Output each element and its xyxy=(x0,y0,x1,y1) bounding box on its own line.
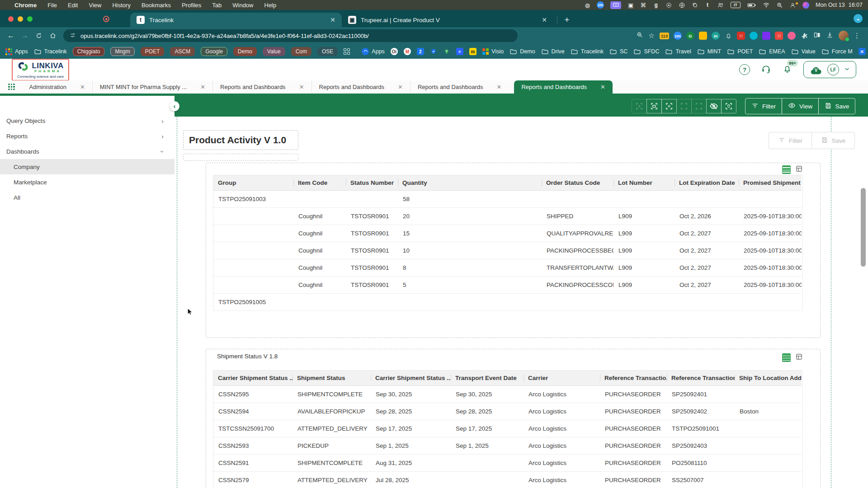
tab-close-icon[interactable]: ✕ xyxy=(330,16,335,23)
bookmark-sc[interactable]: ✕SC xyxy=(859,48,868,55)
table-row[interactable]: CSSN2593PICKEDUPSep 1, 2025Sep 1, 2025Ar… xyxy=(213,437,802,455)
view-button[interactable]: View xyxy=(782,98,819,114)
status-box-icon[interactable]: ▣ xyxy=(627,1,634,9)
export-icon[interactable] xyxy=(795,353,803,362)
status-copy-icon[interactable] xyxy=(692,1,698,9)
app-tab-close-icon[interactable]: ✕ xyxy=(600,84,605,90)
app-tab-4[interactable]: Reports and Dashboards✕ xyxy=(311,80,410,94)
home-icon[interactable] xyxy=(49,32,57,39)
column-header[interactable]: Status Number xyxy=(346,175,398,191)
sidebar-item-company[interactable]: Company xyxy=(0,159,175,174)
new-tab-button[interactable]: + xyxy=(561,14,573,26)
table-row[interactable]: TSTPO25091005 xyxy=(213,294,802,311)
sidebar-item-reports[interactable]: Reports› xyxy=(0,128,175,144)
table-row[interactable]: CoughnilTSTOSR09015PACKINGPROCESSCOMPLEL… xyxy=(213,277,802,294)
status-it-icon[interactable]: IT xyxy=(731,2,741,8)
back-icon[interactable]: ← xyxy=(7,32,14,40)
bookmark-sfdc[interactable]: SFDC xyxy=(633,48,659,56)
toolbar-icon-button-frame-gear[interactable] xyxy=(661,99,677,113)
extension-bell-icon[interactable] xyxy=(724,32,732,40)
browser-tab-2[interactable]: ▣Trupeer.ai | Create Product V✕ xyxy=(342,13,553,27)
minimize-window-button[interactable] xyxy=(18,16,23,22)
reload-icon[interactable] xyxy=(35,32,42,39)
table-row[interactable]: CoughnilTSTOSR090115QUALITYAPPROVALRECEI… xyxy=(213,225,802,242)
downloads-icon[interactable] xyxy=(826,31,834,41)
menu-item-bookmarks[interactable]: Bookmarks xyxy=(142,2,171,9)
bookmark-star-icon[interactable]: ☆ xyxy=(648,32,654,40)
app-tab-close-icon[interactable]: ✕ xyxy=(398,84,403,90)
status-people-icon[interactable] xyxy=(717,1,724,9)
menu-item-profiles[interactable]: Profiles xyxy=(182,2,201,9)
app-tab-close-icon[interactable]: ✕ xyxy=(80,84,85,90)
support-headset-icon[interactable] xyxy=(761,64,771,76)
bookmark-mint[interactable]: MINT xyxy=(697,48,722,56)
bookmark-tracelink[interactable]: Tracelink xyxy=(571,48,604,56)
app-tab-close-icon[interactable]: ✕ xyxy=(497,84,502,90)
menu-item-edit[interactable]: Edit xyxy=(68,2,78,9)
bookmark-ose[interactable]: OSE xyxy=(317,47,338,56)
menu-item-chrome[interactable]: Chrome xyxy=(14,2,37,9)
extension-icon-10[interactable]: ∷ xyxy=(775,32,783,40)
extension-icon-11[interactable] xyxy=(788,32,796,40)
table-row[interactable]: CoughnilTSTOSR090110PACKINGPROCESSBEGUNL… xyxy=(213,242,802,259)
table-view-icon[interactable] xyxy=(782,353,791,362)
bookmark-value[interactable]: Value xyxy=(263,47,285,56)
browser-tab-1[interactable]: tTracelink✕ xyxy=(130,13,342,27)
export-icon[interactable] xyxy=(795,165,803,174)
menu-item-view[interactable]: View xyxy=(89,2,101,9)
filter-button[interactable]: Filter xyxy=(745,98,782,114)
app-launcher-icon[interactable] xyxy=(8,84,15,90)
status-ghost-icon[interactable]: ◍ xyxy=(584,1,590,9)
table-row[interactable]: TSTPO2509100358 xyxy=(213,191,802,208)
toolbar-icon-button-eye-off[interactable] xyxy=(706,99,722,113)
bookmark-poet[interactable]: POET xyxy=(727,48,753,56)
menu-item-window[interactable]: Window xyxy=(232,2,253,9)
app-tab-1[interactable]: Administration✕ xyxy=(22,80,92,94)
menu-item-history[interactable]: History xyxy=(112,2,130,9)
app-tab-6-active[interactable]: Reports and Dashboards✕ xyxy=(514,80,612,94)
site-settings-icon[interactable] xyxy=(70,32,76,40)
bookmark-oi[interactable]: Oi xyxy=(391,48,398,55)
split-screen-icon[interactable] xyxy=(813,31,821,41)
app-tab-3[interactable]: Reports and Dashboards✕ xyxy=(212,80,311,94)
bookmark-emea[interactable]: EMEA xyxy=(759,48,785,56)
table-row[interactable]: CSSN2594AVAILABLEFORPICKUPSep 28, 2025Se… xyxy=(213,403,802,420)
bookmark-ascm[interactable]: ASCM xyxy=(170,47,195,56)
column-header[interactable]: Item Code xyxy=(293,175,346,191)
extensions-puzzle-icon[interactable] xyxy=(800,32,808,40)
extension-icon-8[interactable] xyxy=(750,32,758,40)
menu-item-file[interactable]: File xyxy=(47,2,57,9)
profile-sync-icon[interactable]: ⌄ xyxy=(854,14,863,23)
column-header[interactable]: Ship To Location Addres... xyxy=(735,371,802,386)
bookmark-com[interactable]: Com xyxy=(291,47,311,56)
company-logo[interactable]: LINKIVA PHARMA Connecting science and ca… xyxy=(12,59,69,81)
bookmark-travel[interactable]: Travel xyxy=(665,48,691,56)
bookmark-m[interactable]: M xyxy=(404,48,411,55)
table-row[interactable]: TSTCSSN25091700ATTEMPTED_DELIVERYSep 17,… xyxy=(213,420,802,437)
status-location-icon[interactable] xyxy=(665,1,672,9)
status-globe-icon[interactable] xyxy=(679,1,685,9)
column-header[interactable]: Carrier xyxy=(524,371,600,386)
status-spotlight-icon[interactable] xyxy=(776,1,783,9)
bookmark-force-m[interactable]: Force M xyxy=(821,48,853,56)
column-header[interactable]: Lot Number xyxy=(613,175,675,191)
table-view-icon[interactable] xyxy=(782,165,791,174)
tab-close-icon[interactable]: ✕ xyxy=(542,16,547,23)
status-screen-share-icon[interactable] xyxy=(610,1,621,9)
bookmark-poet[interactable]: POET xyxy=(141,47,165,56)
status-keyboard-icon[interactable]: ⌘ xyxy=(640,1,646,9)
forward-icon[interactable]: → xyxy=(21,32,28,40)
zoom-window-button[interactable] xyxy=(27,16,33,22)
extension-icon-4[interactable] xyxy=(699,32,707,40)
bookmark--[interactable]: ≡ xyxy=(456,48,463,55)
app-tab-close-icon[interactable]: ✕ xyxy=(299,84,304,90)
bookmark-pin[interactable] xyxy=(443,48,450,55)
table-row[interactable]: CoughnilTSTOSR09018TRANSFERTOPLANTWAREIL… xyxy=(213,259,802,277)
table-row[interactable]: CSSN2579ATTEMPTED_DELIVERYJul 28, 2025Ar… xyxy=(213,472,802,488)
status-user-switch-icon[interactable] xyxy=(789,1,796,9)
help-icon[interactable]: ? xyxy=(739,64,750,75)
app-tab-2[interactable]: MINT MINT for Pharma Supply ...✕ xyxy=(92,80,212,94)
zoom-search-icon[interactable] xyxy=(636,31,643,40)
extension-icon-7[interactable]: ∷ xyxy=(737,32,745,40)
bookmark-demo[interactable]: Demo xyxy=(233,47,257,56)
